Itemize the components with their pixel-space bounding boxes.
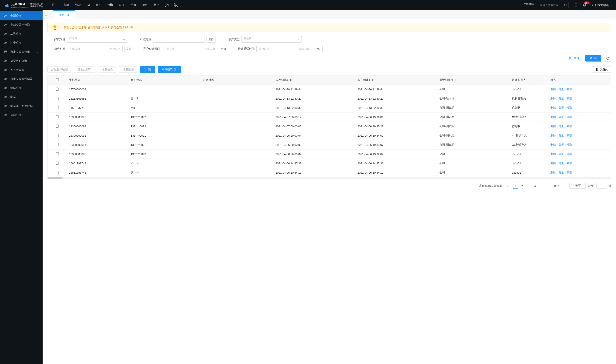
- claim-link[interactable]: 领取: [566, 162, 572, 165]
- top-nav-item[interactable]: 公海: [104, 0, 116, 11]
- delete-link[interactable]: 删除: [550, 115, 556, 118]
- prev-page-button[interactable]: ‹: [505, 183, 510, 189]
- sidebar-item[interactable]: 五月天公海: [0, 65, 43, 74]
- phone-icon[interactable]: [174, 3, 178, 7]
- assign-link[interactable]: 分配: [559, 115, 564, 118]
- delete-link[interactable]: 删除: [550, 134, 556, 137]
- assign-link[interactable]: 分配: [559, 134, 564, 137]
- horizontal-scrollbar[interactable]: [48, 177, 611, 179]
- assign-link[interactable]: 分配: [559, 88, 564, 91]
- delete-link[interactable]: 删除: [550, 106, 556, 109]
- row-checkbox[interactable]: [56, 106, 59, 109]
- create-time-range[interactable]: 开始日期~结束日期: [162, 46, 217, 52]
- tablet-icon[interactable]: [574, 3, 578, 8]
- claim-link[interactable]: 领取: [566, 125, 572, 128]
- row-checkbox[interactable]: [56, 125, 59, 128]
- top-nav-item[interactable]: 客户: [93, 0, 104, 11]
- sidebar-item[interactable]: 测试: [0, 92, 43, 102]
- assign-link[interactable]: 分配: [559, 152, 564, 156]
- top-nav-item[interactable]: 客服: [60, 0, 72, 11]
- search-icon[interactable]: [564, 3, 567, 7]
- top-nav-item[interactable]: 财务: [116, 0, 128, 11]
- row-checkbox[interactable]: [56, 171, 59, 174]
- row-checkbox[interactable]: [56, 97, 59, 100]
- sidebar-item[interactable]: 二咨公海: [0, 29, 43, 38]
- sidebar-item[interactable]: 全部公海: [0, 11, 43, 20]
- add-user-icon[interactable]: [165, 3, 169, 7]
- claim-link[interactable]: 领取: [566, 115, 572, 118]
- expand-conditions-link[interactable]: 展开条件 ⌄: [568, 56, 583, 60]
- query-button[interactable]: 查 询: [585, 55, 601, 62]
- assign-link[interactable]: 分配: [559, 162, 564, 165]
- last-page-button[interactable]: 6882: [553, 183, 559, 189]
- assign-dept-button[interactable]: 分配到部门: [74, 66, 95, 73]
- sidebar-item[interactable]: 注安公海: [0, 38, 43, 47]
- top-nav-item[interactable]: 线索: [72, 0, 84, 11]
- export-button[interactable]: 导 出: [140, 66, 155, 73]
- row-checkbox[interactable]: [56, 88, 59, 91]
- top-nav-item[interactable]: 学服: [128, 0, 139, 11]
- delete-link[interactable]: 删除: [550, 143, 556, 146]
- sidebar-item[interactable]: 测试昨日回库数据: [0, 102, 43, 111]
- batch-claim-button[interactable]: 批量领取: [98, 66, 116, 73]
- page-size-select[interactable]: 10 条/页: [569, 183, 586, 189]
- delete-link[interactable]: 删除: [550, 88, 556, 91]
- tab-all-public-sea[interactable]: 全部公海: [53, 10, 75, 19]
- assign-manager-button[interactable]: 分配客户经理: [47, 66, 71, 73]
- logo[interactable]: 云朵CRM www.yunduocrm.com 教育机构一站 式服务云平台: [2, 2, 45, 8]
- page-button[interactable]: 1: [513, 183, 518, 189]
- create-time-empty-button[interactable]: 空值: [219, 46, 228, 52]
- claim-link[interactable]: 领取: [566, 152, 572, 156]
- page-button[interactable]: 4: [532, 183, 538, 189]
- delete-link[interactable]: 删除: [550, 162, 556, 165]
- abandon-type-select[interactable]: 请选择: [241, 36, 302, 43]
- claim-link[interactable]: 领取: [566, 143, 572, 146]
- assign-link[interactable]: 分配: [559, 143, 564, 146]
- sidebar-item[interactable]: 非成交客户公海: [0, 20, 43, 29]
- page-button[interactable]: 5: [539, 183, 544, 189]
- abandon-time-empty-button[interactable]: 空值: [124, 46, 133, 52]
- delete-link[interactable]: 删除: [550, 152, 556, 156]
- claim-link[interactable]: 领取: [566, 106, 572, 109]
- row-checkbox[interactable]: [56, 143, 59, 146]
- row-checkbox[interactable]: [56, 134, 59, 137]
- row-checkbox[interactable]: [56, 152, 59, 155]
- delete-link[interactable]: 删除: [550, 125, 556, 128]
- user-menu[interactable]: 机构管理员 ▼: [592, 3, 614, 7]
- select-all-checkbox[interactable]: [56, 78, 59, 81]
- top-nav-item[interactable]: IM: [84, 0, 93, 11]
- region-select[interactable]: [153, 36, 205, 43]
- friend-src-select[interactable]: 请选择: [67, 36, 127, 43]
- assign-link[interactable]: 分配: [559, 171, 564, 174]
- bell-icon[interactable]: 99+: [583, 3, 587, 8]
- assign-link[interactable]: 分配: [559, 106, 564, 109]
- claim-link[interactable]: 领取: [566, 171, 572, 174]
- sidebar-item[interactable]: 自定义公海过滤器: [0, 74, 43, 83]
- export-plain-button[interactable]: 不加密导出: [158, 66, 181, 73]
- region-empty-button[interactable]: 空值: [206, 36, 216, 43]
- top-nav-item[interactable]: 推广: [49, 0, 60, 11]
- add-tab-button[interactable]: +: [75, 10, 83, 19]
- sidebar-item[interactable]: 成交客户公海: [0, 56, 43, 65]
- assign-link[interactable]: 分配: [559, 97, 564, 100]
- row-checkbox[interactable]: [56, 115, 59, 118]
- batch-delete-button[interactable]: 批量删除: [119, 66, 137, 73]
- page-button[interactable]: 3: [526, 183, 531, 189]
- sidebar-item[interactable]: 自定义公海分组⌄: [0, 47, 43, 56]
- last-call-range[interactable]: 开始日期~结束日期: [256, 46, 312, 52]
- delete-link[interactable]: 删除: [550, 97, 556, 100]
- search-type-select[interactable]: 手机号码: [521, 2, 538, 8]
- sidebar-item[interactable]: 消防公海: [0, 83, 43, 92]
- refresh-button[interactable]: [604, 55, 611, 62]
- abandon-time-range[interactable]: 开始日期~结束日期: [67, 46, 123, 52]
- top-nav-item[interactable]: 数据: [151, 0, 162, 11]
- row-checkbox[interactable]: [56, 162, 59, 165]
- claim-link[interactable]: 领取: [566, 97, 572, 100]
- claim-link[interactable]: 领取: [566, 134, 572, 137]
- sidebar-toggle-icon[interactable]: [43, 10, 50, 19]
- claim-link[interactable]: 领取: [566, 88, 572, 91]
- last-call-empty-button[interactable]: 空值: [314, 46, 323, 52]
- delete-link[interactable]: 删除: [550, 171, 556, 174]
- columns-button[interactable]: 设置列: [592, 66, 611, 73]
- sidebar-item[interactable]: 全部公海2: [0, 111, 43, 120]
